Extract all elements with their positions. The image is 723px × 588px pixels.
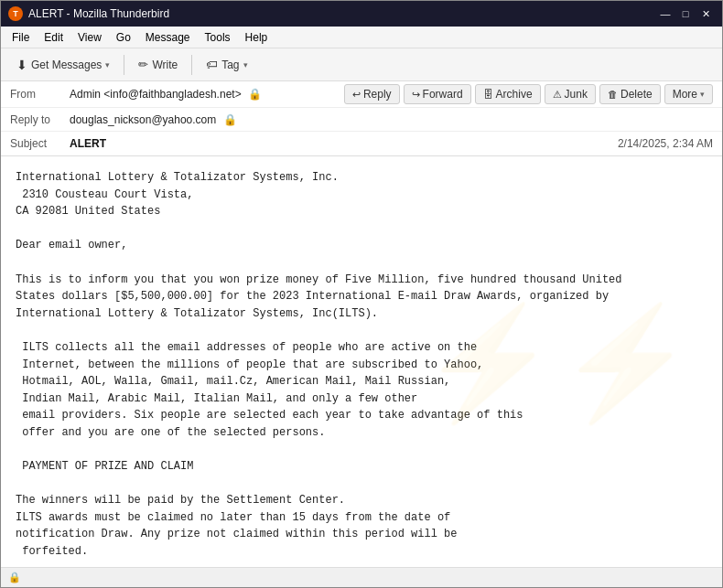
- security-indicator-icon: 🔒: [248, 88, 262, 101]
- minimize-button[interactable]: —: [656, 5, 674, 22]
- get-messages-button[interactable]: ⬇ Get Messages ▾: [8, 53, 118, 77]
- from-address: Admin <info@faithbangladesh.net>: [70, 88, 242, 101]
- email-actions: ↩ Reply ↪ Forward 🗄 Archive ⚠ Junk 🗑: [344, 84, 713, 104]
- forward-label: Forward: [423, 88, 463, 101]
- from-label: From: [10, 88, 70, 101]
- get-messages-dropdown-icon: ▾: [105, 60, 110, 69]
- write-label: Write: [152, 59, 178, 71]
- toolbar-separator-2: [191, 55, 192, 75]
- tag-button[interactable]: 🏷 Tag ▾: [198, 53, 255, 76]
- write-icon: ✏: [138, 58, 148, 71]
- email-header: From Admin <info@faithbangladesh.net> 🔒 …: [1, 81, 722, 156]
- subject-label: Subject: [10, 137, 70, 150]
- app-icon: T: [8, 6, 23, 21]
- from-row: From Admin <info@faithbangladesh.net> 🔒 …: [1, 81, 722, 108]
- forward-button[interactable]: ↪ Forward: [404, 84, 471, 104]
- reply-to-security-icon: 🔒: [223, 113, 237, 126]
- status-bar: 🔒: [1, 567, 722, 587]
- reply-label: Reply: [363, 88, 392, 101]
- menu-message[interactable]: Message: [138, 29, 198, 46]
- toolbar-separator-1: [124, 55, 124, 75]
- archive-label: Archive: [496, 88, 533, 101]
- reply-to-address: douglas_nickson@yahoo.com: [70, 113, 216, 126]
- menu-tools[interactable]: Tools: [198, 29, 238, 46]
- status-security: 🔒: [8, 572, 21, 583]
- archive-icon: 🗄: [483, 89, 493, 100]
- junk-label: Junk: [565, 88, 588, 101]
- archive-button[interactable]: 🗄 Archive: [475, 84, 541, 104]
- menu-go[interactable]: Go: [109, 29, 138, 46]
- delete-label: Delete: [620, 88, 653, 101]
- maximize-button[interactable]: □: [676, 5, 695, 22]
- subject-value: ALERT: [70, 137, 618, 150]
- menu-edit[interactable]: Edit: [37, 29, 70, 46]
- tag-label: Tag: [221, 59, 239, 71]
- delete-icon: 🗑: [608, 89, 618, 100]
- menu-bar: File Edit View Go Message Tools Help: [1, 27, 722, 48]
- reply-to-label: Reply to: [10, 113, 70, 126]
- window-title: ALERT - Mozilla Thunderbird: [28, 7, 656, 20]
- app-window: T ALERT - Mozilla Thunderbird — □ ✕ File…: [0, 0, 723, 588]
- junk-icon: ⚠: [553, 89, 562, 101]
- menu-help[interactable]: Help: [238, 29, 275, 46]
- reply-icon: ↩: [352, 89, 361, 101]
- lock-icon: 🔒: [8, 572, 21, 583]
- more-label: More: [673, 88, 697, 101]
- get-messages-icon: ⬇: [16, 58, 27, 72]
- tag-icon: 🏷: [206, 58, 218, 71]
- write-button[interactable]: ✏ Write: [130, 53, 186, 76]
- email-date: 2/14/2025, 2:34 AM: [618, 137, 713, 150]
- delete-button[interactable]: 🗑 Delete: [599, 84, 661, 104]
- more-button[interactable]: More ▾: [664, 84, 713, 104]
- main-toolbar: ⬇ Get Messages ▾ ✏ Write 🏷 Tag ▾: [1, 48, 722, 81]
- junk-button[interactable]: ⚠ Junk: [545, 84, 596, 104]
- reply-button[interactable]: ↩ Reply: [344, 84, 400, 104]
- email-body[interactable]: ⚡⚡ International Lottery & Totalizator S…: [1, 156, 722, 567]
- get-messages-label: Get Messages: [31, 59, 102, 71]
- close-button[interactable]: ✕: [696, 5, 715, 22]
- title-bar: T ALERT - Mozilla Thunderbird — □ ✕: [1, 1, 722, 27]
- forward-icon: ↪: [412, 89, 420, 101]
- from-value: Admin <info@faithbangladesh.net> 🔒: [70, 88, 344, 101]
- email-body-text: International Lottery & Totalizator Syst…: [16, 169, 707, 567]
- menu-view[interactable]: View: [70, 29, 109, 46]
- reply-to-value: douglas_nickson@yahoo.com 🔒: [70, 113, 713, 126]
- subject-row: Subject ALERT 2/14/2025, 2:34 AM: [1, 132, 722, 155]
- window-controls: — □ ✕: [656, 5, 715, 22]
- tag-dropdown-icon: ▾: [243, 60, 248, 69]
- reply-to-row: Reply to douglas_nickson@yahoo.com 🔒: [1, 108, 722, 132]
- menu-file[interactable]: File: [5, 29, 37, 46]
- more-dropdown-icon: ▾: [700, 90, 705, 99]
